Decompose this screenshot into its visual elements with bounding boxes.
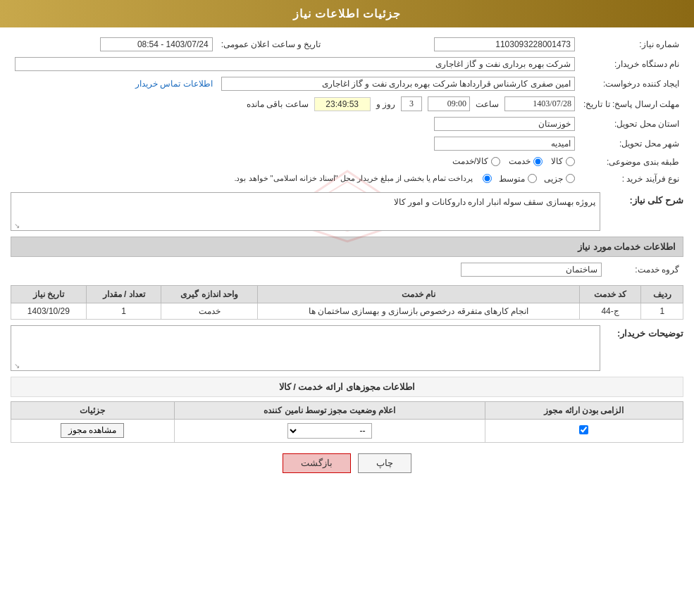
- announcement-value: [11, 34, 217, 54]
- classification-value: کالا خدمت کالا/خدمت: [11, 153, 579, 171]
- license-status-select[interactable]: --: [287, 423, 372, 439]
- buyer-name-value: [11, 54, 579, 74]
- col-service-code: کد خدمت: [579, 285, 641, 303]
- col-unit: واحد اندازه گیری: [161, 285, 258, 303]
- need-number-input: [434, 37, 575, 51]
- deadline-label: مهلت ارسال پاسخ: تا تاریخ:: [579, 94, 683, 114]
- need-description-content: پروژه بهسازی سقف سوله انبار اداره داروکا…: [11, 192, 600, 231]
- deadline-days-input: [401, 96, 422, 111]
- page-wrapper: جزئیات اطلاعات نیاز شماره نیاز: تاریخ و …: [0, 0, 694, 616]
- licenses-section-header: اطلاعات مجوزهای ارائه خدمت / کالا: [11, 377, 683, 397]
- deadline-countdown-label: ساعت باقی مانده: [247, 99, 309, 109]
- cell-row-num: 1: [641, 303, 683, 319]
- need-description-label: شرح کلی نیاز:: [606, 192, 683, 206]
- cell-unit: خدمت: [161, 303, 258, 319]
- province-label: استان محل تحویل:: [579, 114, 683, 134]
- bottom-buttons: چاپ بازگشت: [11, 453, 683, 473]
- buyer-comments-label: توضیحات خریدار:: [606, 325, 683, 339]
- col-status: اعلام وضعیت مجوز توسط نامین کننده: [174, 401, 485, 419]
- radio-asnad-label: [480, 174, 492, 183]
- services-table: ردیف کد خدمت نام خدمت واحد اندازه گیری ت…: [11, 285, 683, 320]
- radio-kala-khedmat-label: کالا/خدمت: [452, 156, 500, 166]
- radio-motevaset-label: متوسط: [499, 174, 537, 184]
- buyer-comments-box: ↘: [11, 325, 600, 371]
- table-row: 1 ج-44 انجام کارهای متفرقه درخصوص بازساز…: [11, 303, 683, 319]
- service-group-label: گروه خدمت:: [606, 260, 683, 279]
- print-button[interactable]: چاپ: [358, 453, 411, 473]
- col-required: الزامی بودن ارائه مجوز: [485, 401, 683, 419]
- licenses-table: الزامی بودن ارائه مجوز اعلام وضعیت مجوز …: [11, 401, 683, 443]
- announcement-label: تاریخ و ساعت اعلان عمومی:: [217, 34, 326, 54]
- radio-khedmat[interactable]: [533, 157, 543, 166]
- main-info-table: شماره نیاز: تاریخ و ساعت اعلان عمومی: نا…: [11, 34, 683, 187]
- view-license-button[interactable]: مشاهده مجوز: [61, 423, 124, 438]
- content-area: شماره نیاز: تاریخ و ساعت اعلان عمومی: نا…: [0, 27, 694, 491]
- back-button[interactable]: بازگشت: [283, 453, 351, 473]
- license-row: -- مشاهده مجوز: [11, 419, 683, 442]
- creator-value: [217, 74, 579, 94]
- cell-need-date: 1403/10/29: [11, 303, 87, 319]
- radio-jozi[interactable]: [566, 174, 575, 183]
- service-group-value: [11, 260, 606, 279]
- creator-contact-cell: اطلاعات تماس خریدار: [11, 74, 217, 94]
- radio-jozi-label: جزیی: [544, 174, 575, 184]
- service-group-input: [461, 263, 602, 277]
- deadline-time-input: [428, 96, 470, 111]
- creator-label: ایجاد کننده درخواست:: [579, 74, 683, 94]
- purchase-type-value: جزیی متوسط پرداخت تمام یا بخشی از مبلغ خ…: [11, 171, 579, 187]
- creator-contact-link[interactable]: اطلاعات تماس خریدار: [135, 79, 213, 89]
- need-description-text: پروژه بهسازی سقف سوله انبار اداره داروکا…: [394, 197, 595, 207]
- deadline-row: ساعت روز و 23:49:53 ساعت باقی مانده: [11, 94, 579, 114]
- comments-resize-handle: ↘: [13, 362, 20, 369]
- page-header: جزئیات اطلاعات نیاز: [0, 0, 694, 27]
- deadline-date-input: [504, 96, 575, 111]
- city-value: [11, 134, 579, 153]
- license-status: --: [174, 419, 485, 442]
- col-need-date: تاریخ نیاز: [11, 285, 87, 303]
- creator-input: [221, 77, 575, 91]
- purchase-type-label: نوع فرآیند خرید :: [579, 171, 683, 187]
- radio-kala[interactable]: [566, 157, 575, 166]
- col-service-name: نام خدمت: [258, 285, 580, 303]
- col-quantity: تعداد / مقدار: [86, 285, 161, 303]
- resize-handle: ↘: [13, 222, 20, 229]
- page-title: جزئیات اطلاعات نیاز: [293, 8, 402, 20]
- city-label: شهر محل تحویل:: [579, 134, 683, 153]
- license-required-checkbox[interactable]: [579, 425, 588, 434]
- col-details: جزئیات: [11, 401, 175, 419]
- need-number-label: شماره نیاز:: [579, 34, 683, 54]
- cell-service-code: ج-44: [579, 303, 641, 319]
- buyer-name-input: [15, 57, 575, 71]
- purchase-type-note: پرداخت تمام یا بخشی از مبلغ خریدار محل "…: [234, 174, 473, 183]
- province-input: [434, 117, 575, 131]
- buyer-name-label: نام دستگاه خریدار:: [579, 54, 683, 74]
- cell-service-name: انجام کارهای متفرقه درخصوص بازسازی و بهس…: [258, 303, 580, 319]
- license-required: [485, 419, 683, 442]
- cell-quantity: 1: [86, 303, 161, 319]
- buyer-comments-content: ↘: [11, 325, 600, 371]
- buyer-comments-section: توضیحات خریدار: ↘: [11, 325, 683, 371]
- need-description-section: شرح کلی نیاز: پروژه بهسازی سقف سوله انبا…: [11, 192, 683, 231]
- need-description-box: پروژه بهسازی سقف سوله انبار اداره داروکا…: [11, 192, 600, 231]
- need-number-value: [325, 34, 579, 54]
- deadline-days-label: روز و: [376, 99, 395, 109]
- city-input: [434, 137, 575, 151]
- col-row-num: ردیف: [641, 285, 683, 303]
- radio-kala-label: کالا: [551, 156, 575, 166]
- services-section-header: اطلاعات خدمات مورد نیاز: [11, 237, 683, 257]
- deadline-countdown: 23:49:53: [314, 97, 371, 111]
- radio-kala-khedmat[interactable]: [491, 157, 500, 166]
- classification-label: طبقه بندی موضوعی:: [579, 153, 683, 171]
- radio-khedmat-label: خدمت: [509, 156, 543, 166]
- radio-asnad[interactable]: [483, 174, 492, 183]
- service-group-table: گروه خدمت:: [11, 260, 683, 279]
- license-details: مشاهده مجوز: [11, 419, 175, 442]
- radio-motevaset[interactable]: [528, 174, 537, 183]
- deadline-time-label: ساعت: [476, 99, 499, 109]
- province-value: [11, 114, 579, 134]
- announcement-input: [100, 37, 213, 51]
